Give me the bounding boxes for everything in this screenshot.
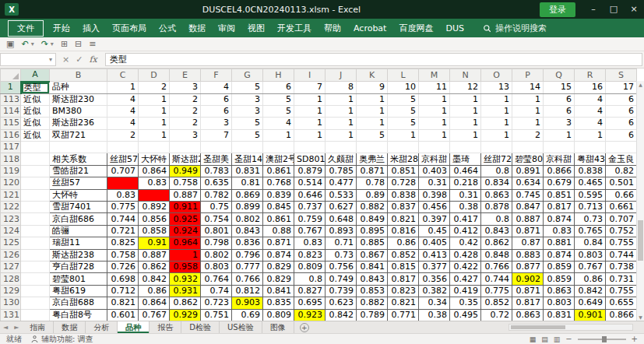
cell-P115[interactable]: 1 <box>512 118 544 129</box>
borders-icon[interactable]: ⊞ <box>61 37 68 51</box>
sheet-tab-指南[interactable]: 指南 <box>22 321 54 333</box>
cell-B115[interactable]: 斯达甜236 <box>50 118 107 129</box>
cell-M124[interactable]: 0.45 <box>419 225 450 237</box>
cell-L126[interactable]: 0.852 <box>388 249 419 261</box>
row-header-117[interactable]: 117 <box>1 142 21 153</box>
cell-O131[interactable]: 0.72 <box>481 309 512 321</box>
horizontal-scroll-thumb[interactable] <box>511 325 565 329</box>
cell-R1[interactable]: 16 <box>575 82 606 94</box>
cell-S1[interactable]: 17 <box>606 82 637 94</box>
cell-E127[interactable]: 0.958 <box>170 261 201 272</box>
cell-L113[interactable]: 5 <box>388 93 419 105</box>
cell-E119[interactable]: 0.949 <box>170 165 201 177</box>
cell-E116[interactable]: 3 <box>170 129 201 141</box>
cell-B125[interactable]: 瑞甜11 <box>50 237 107 249</box>
cell-P130[interactable]: 0.817 <box>512 297 544 309</box>
minimize-button[interactable]: – <box>583 0 604 19</box>
cell-O116[interactable]: 1 <box>481 129 512 141</box>
cell-H124[interactable]: 0.88 <box>263 225 294 237</box>
sheet-tab-US检验[interactable]: US检验 <box>220 321 262 333</box>
cell-H115[interactable]: 4 <box>263 118 294 129</box>
cell-I1[interactable]: 7 <box>294 82 326 94</box>
cell-F121[interactable]: 0.782 <box>201 189 232 201</box>
sheet-tab-品种[interactable]: 品种 <box>118 321 150 333</box>
cell-K119[interactable]: 0.871 <box>357 165 388 177</box>
cell-D126[interactable]: 0.887 <box>139 249 170 261</box>
cell-K125[interactable]: 0.885 <box>357 237 388 249</box>
cell-J130[interactable]: 0.623 <box>326 297 357 309</box>
cell-L125[interactable]: 0.86 <box>388 237 419 249</box>
cell-O129[interactable]: 0.775 <box>481 285 512 297</box>
cell-N116[interactable]: 1 <box>450 129 481 141</box>
cell-H118[interactable]: 澳甜2号 <box>263 153 294 165</box>
cell-A121[interactable] <box>21 189 50 201</box>
cell-L129[interactable]: 0.823 <box>388 285 419 297</box>
cell-A124[interactable] <box>21 225 50 237</box>
cell-I121[interactable]: 0.646 <box>294 189 326 201</box>
cell-N126[interactable]: 0.428 <box>450 249 481 261</box>
cell-L119[interactable]: 0.851 <box>388 165 419 177</box>
cell-D122[interactable]: 0.892 <box>139 202 170 213</box>
cell-M130[interactable]: 0.34 <box>419 297 450 309</box>
cell-N124[interactable]: 0.412 <box>450 225 481 237</box>
column-header-Q[interactable]: Q <box>544 69 575 82</box>
cell-N119[interactable]: 0.464 <box>450 165 481 177</box>
cell-F127[interactable]: 0.803 <box>201 261 232 272</box>
formula-input[interactable]: 类型 <box>105 53 642 66</box>
row-header-114[interactable]: 114 <box>1 105 21 117</box>
page-break-view-button[interactable]: ▥ <box>554 335 561 343</box>
redo-icon[interactable]: ↷ <box>41 37 48 51</box>
cell-L131[interactable]: 0.771 <box>388 309 419 321</box>
cell-R115[interactable]: 4 <box>575 118 606 129</box>
ribbon-tab-帮助[interactable]: 帮助 <box>318 19 347 37</box>
vertical-scrollbar[interactable]: ▲ ▼ <box>636 81 644 321</box>
row-header-116[interactable]: 116 <box>1 129 21 141</box>
cell-F115[interactable]: 3 <box>201 118 232 129</box>
cell-I130[interactable]: 0.695 <box>294 297 326 309</box>
cell-N117[interactable] <box>450 142 481 153</box>
cell-C121[interactable]: 0.83 <box>107 189 139 201</box>
cell-Q113[interactable]: 6 <box>544 93 575 105</box>
cell-D118[interactable]: 大怀特 <box>139 153 170 165</box>
cell-C126[interactable]: 0.758 <box>107 249 139 261</box>
signin-button[interactable]: 登录 <box>540 2 575 17</box>
cell-Q114[interactable]: 6 <box>544 105 575 117</box>
column-header-G[interactable]: G <box>232 69 263 82</box>
cell-I122[interactable]: 0.737 <box>294 202 326 213</box>
cell-S113[interactable]: 6 <box>606 93 637 105</box>
cell-P128[interactable]: 0.902 <box>512 273 544 285</box>
cell-A119[interactable] <box>21 165 50 177</box>
cell-I124[interactable]: 0.767 <box>294 225 326 237</box>
cell-Q127[interactable]: 0.859 <box>544 261 575 272</box>
cell-M118[interactable]: 京科甜 <box>419 153 450 165</box>
cell-C113[interactable]: 4 <box>107 93 139 105</box>
cell-R128[interactable]: 0.86 <box>575 273 606 285</box>
cell-R126[interactable]: 0.803 <box>575 249 606 261</box>
cell-G121[interactable]: 0.869 <box>232 189 263 201</box>
cell-B127[interactable]: 亨白甜728 <box>50 261 107 272</box>
cell-L116[interactable]: 1 <box>388 129 419 141</box>
cell-O130[interactable]: 0.852 <box>481 297 512 309</box>
cell-I129[interactable]: 0.827 <box>294 285 326 297</box>
cell-K117[interactable] <box>357 142 388 153</box>
cell-R120[interactable]: 0.465 <box>575 177 606 189</box>
cell-O1[interactable]: 13 <box>481 82 512 94</box>
cell-F128[interactable]: 0.764 <box>201 273 232 285</box>
cell-A120[interactable] <box>21 177 50 189</box>
cell-L124[interactable]: 0.816 <box>388 225 419 237</box>
column-header-E[interactable]: E <box>170 69 201 82</box>
cell-E128[interactable]: 0.932 <box>170 273 201 285</box>
file-tab[interactable]: 文件 <box>8 20 44 37</box>
cell-J117[interactable] <box>326 142 357 153</box>
cell-Q117[interactable] <box>544 142 575 153</box>
zoom-slider-thumb[interactable] <box>602 336 607 342</box>
column-header-N[interactable]: N <box>450 69 481 82</box>
cell-Q128[interactable]: 0.859 <box>544 273 575 285</box>
cell-P117[interactable] <box>512 142 544 153</box>
cell-B120[interactable]: 丝甜57 <box>50 177 107 189</box>
cell-B131[interactable]: 粤白甜8号 <box>50 309 107 321</box>
ribbon-tab-开始[interactable]: 开始 <box>47 19 76 37</box>
column-header-J[interactable]: J <box>326 69 357 82</box>
sheet-tab-D检验[interactable]: D检验 <box>181 321 220 333</box>
cell-R118[interactable]: 粤甜43 <box>575 153 606 165</box>
